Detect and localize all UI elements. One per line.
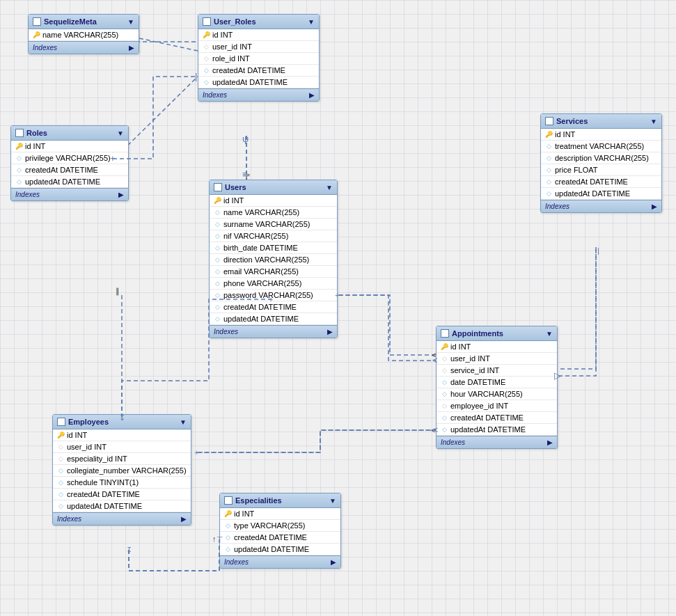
table-row: ◇ hour VARCHAR(255): [437, 388, 557, 400]
header-arrow-icon: ▼: [650, 118, 657, 125]
field-icon: ◇: [57, 503, 64, 510]
field-icon: ◇: [214, 315, 221, 322]
table-row: ◇ user_id INT: [198, 41, 319, 53]
field-icon: ◇: [441, 414, 448, 421]
svg-text:≡: ≡: [242, 169, 248, 180]
svg-text:|: |: [195, 71, 197, 81]
field-name: updatedAt DATETIME: [234, 545, 309, 553]
field-name: id INT: [450, 342, 471, 351]
table-footer[interactable]: Indexes ▶: [210, 325, 337, 338]
table-sequelizeMeta: SequelizeMeta ▼ 🔑 name VARCHAR(255) Inde…: [28, 14, 139, 54]
table-title: Employees: [68, 418, 177, 426]
field-name: updatedAt DATETIME: [555, 189, 630, 198]
table-row: ◇ email VARCHAR(255): [210, 266, 337, 278]
header-arrow-icon: ▼: [546, 330, 553, 338]
table-row: ◇ createdAt DATETIME: [53, 489, 191, 500]
table-icon: [441, 329, 449, 338]
table-header-userRoles[interactable]: User_Roles ▼: [198, 15, 319, 29]
table-users: Users ▼ 🔑 id INT ◇ name VARCHAR(255) ◇ s…: [209, 180, 338, 338]
table-row: 🔑 id INT: [220, 508, 340, 520]
table-row: ◇ updatedAt DATETIME: [198, 77, 319, 88]
table-header-employees[interactable]: Employees ▼: [53, 415, 191, 429]
table-row: ◇ schedule TINYINT(1): [53, 477, 191, 489]
table-footer[interactable]: Indexes ▶: [437, 436, 557, 448]
fk-icon: ◇: [57, 455, 64, 462]
table-footer[interactable]: Indexes ▶: [29, 41, 139, 54]
field-name: createdAt DATETIME: [212, 66, 285, 74]
table-icon: [545, 117, 553, 125]
field-name: role_id INT: [212, 54, 250, 63]
field-name: createdAt DATETIME: [223, 303, 297, 311]
table-row: ◇ direction VARCHAR(255): [210, 254, 337, 266]
table-row: ◇ updatedAt DATETIME: [220, 544, 340, 555]
table-row: ◇ createdAt DATETIME: [220, 532, 340, 544]
indexes-label: Indexes: [203, 91, 227, 99]
table-icon: [57, 418, 65, 426]
table-footer[interactable]: Indexes ▶: [198, 88, 319, 101]
field-icon: ◇: [57, 467, 64, 474]
table-title: User_Roles: [214, 17, 305, 26]
table-icon: [214, 183, 222, 191]
table-header-sequelizeMeta[interactable]: SequelizeMeta ▼: [29, 15, 139, 29]
table-footer[interactable]: Indexes ▶: [11, 188, 128, 200]
svg-text:<: <: [431, 426, 435, 434]
table-title: Services: [556, 117, 647, 125]
table-icon: [224, 496, 233, 505]
table-row: ◇ date DATETIME: [437, 377, 557, 388]
header-arrow-icon: ▼: [329, 497, 336, 505]
field-icon: ◇: [441, 390, 448, 397]
table-title: Users: [225, 183, 323, 191]
table-icon: [203, 17, 211, 26]
field-name: updatedAt DATETIME: [450, 425, 526, 434]
field-name: id INT: [67, 431, 87, 439]
table-row: ◇ birth_date DATETIME: [210, 242, 337, 254]
field-name: createdAt DATETIME: [234, 533, 307, 542]
pk-icon: 🔑: [214, 197, 221, 204]
field-name: createdAt DATETIME: [67, 490, 140, 498]
table-row: ◇ surname VARCHAR(255): [210, 219, 337, 230]
field-icon: ◇: [441, 379, 448, 386]
field-icon: ◇: [224, 522, 231, 529]
field-name: createdAt DATETIME: [450, 413, 524, 422]
svg-text:↑: ↑: [212, 535, 217, 543]
table-header-appointments[interactable]: Appointments ▼: [437, 326, 557, 341]
footer-arrow-icon: ▶: [129, 44, 134, 52]
table-header-users[interactable]: Users ▼: [210, 180, 337, 195]
table-footer[interactable]: Indexes ▶: [53, 512, 191, 525]
field-name: price FLOAT: [555, 166, 598, 174]
field-icon: ◇: [203, 67, 210, 74]
table-row: 🔑 id INT: [541, 129, 661, 141]
field-icon: ◇: [545, 166, 552, 173]
field-name: updatedAt DATETIME: [223, 315, 299, 323]
field-name: createdAt DATETIME: [25, 166, 98, 174]
field-icon: ◇: [214, 292, 221, 299]
table-footer[interactable]: Indexes ▶: [220, 555, 340, 568]
fk-icon: ◇: [441, 367, 448, 374]
table-row: ◇ price FLOAT: [541, 164, 661, 176]
table-row: ◇ treatment VARCHAR(255): [541, 141, 661, 152]
indexes-label: Indexes: [15, 191, 40, 198]
table-header-roles[interactable]: Roles ▼: [11, 126, 128, 141]
table-row: ◇ nif VARCHAR(255): [210, 230, 337, 242]
field-icon: ◇: [15, 166, 22, 173]
header-arrow-icon: ▼: [180, 418, 187, 426]
field-icon: ◇: [57, 479, 64, 486]
field-name: service_id INT: [450, 366, 499, 374]
field-icon: ◇: [214, 221, 221, 228]
svg-text:∥: ∥: [116, 287, 120, 296]
table-header-especialities[interactable]: Especialities ▼: [220, 493, 340, 508]
table-header-services[interactable]: Services ▼: [541, 114, 661, 129]
table-row: ◇ service_id INT: [437, 365, 557, 377]
field-icon: ◇: [214, 268, 221, 275]
fk-icon: ◇: [203, 55, 210, 62]
table-row: ◇ updatedAt DATETIME: [437, 424, 557, 436]
field-name: employee_id INT: [450, 402, 508, 410]
table-footer[interactable]: Indexes ▶: [541, 200, 661, 212]
field-icon: ◇: [214, 256, 221, 263]
table-row: ◇ user_id INT: [437, 353, 557, 365]
field-name: updatedAt DATETIME: [25, 177, 100, 186]
table-employees: Employees ▼ 🔑 id INT ◇ user_id INT ◇ esp…: [52, 414, 191, 526]
table-row: 🔑 name VARCHAR(255): [29, 29, 139, 41]
table-row: ◇ createdAt DATETIME: [11, 164, 128, 176]
field-name: id INT: [25, 142, 45, 150]
